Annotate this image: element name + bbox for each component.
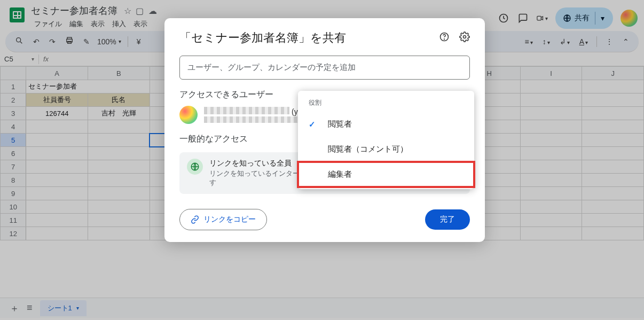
cloud-icon[interactable]: ☁ [148,6,157,15]
copy-link-button[interactable]: リンクをコピー [179,209,267,230]
wrap-icon[interactable]: ↲▾ [557,36,572,47]
svg-rect-1 [537,16,541,20]
add-sheet-icon[interactable]: ＋ [10,302,19,315]
dialog-title: 「セミナー参加者名簿」を共有 [179,30,346,46]
row-header[interactable]: 12 [1,227,26,240]
row-header[interactable]: 9 [1,187,26,200]
menu-insert[interactable]: 挿入 [109,18,129,30]
help-icon[interactable] [439,32,450,44]
all-sheets-icon[interactable]: ≡ [27,302,33,314]
cell[interactable]: 126744 [26,107,88,120]
row-header[interactable]: 6 [1,147,26,160]
globe-icon[interactable] [187,159,203,175]
svg-point-3 [17,38,21,42]
search-icon[interactable] [13,35,26,48]
col-header[interactable]: I [520,67,582,80]
row-header[interactable]: 2 [1,93,26,107]
role-option-viewer[interactable]: ✓閲覧者 [298,112,474,137]
history-icon[interactable] [498,12,509,24]
done-button[interactable]: 完了 [425,209,470,230]
row-header[interactable]: 11 [1,214,26,227]
cell[interactable]: 吉村 光輝 [88,107,150,120]
row-header[interactable]: 7 [1,160,26,174]
cell[interactable]: 氏名 [88,93,150,107]
col-header[interactable]: J [582,67,644,80]
row-header[interactable]: 3 [1,107,26,120]
settings-icon[interactable] [459,32,470,44]
move-icon[interactable]: ▢ [136,6,144,15]
paint-format-icon[interactable]: ✎ [81,36,92,47]
cell[interactable]: 社員番号 [26,93,88,107]
redo-icon[interactable]: ↷ [47,36,58,47]
more-toolbar-icon[interactable]: ⋮ [603,36,615,47]
share-label: 共有 [575,13,590,23]
document-title[interactable]: セミナー参加者名簿 [31,4,117,17]
align-icon[interactable]: ≡▾ [522,36,535,47]
role-popup-label: 役割 [298,96,474,112]
row-header[interactable]: 5 [1,134,26,147]
add-people-input[interactable]: ユーザー、グループ、カレンダーの予定を追加 [179,56,470,80]
role-popup: 役割 ✓閲覧者 閲覧者（コメント可） 編集者 [298,91,474,189]
text-color-icon[interactable]: A▾ [577,36,590,47]
fx-label: fx [39,55,53,63]
sheet-tab[interactable]: シート1▾ [40,300,87,316]
menu-view[interactable]: 表示 [88,18,108,30]
check-icon: ✓ [309,120,319,129]
select-all-cell[interactable] [1,67,26,80]
collapse-toolbar-icon[interactable]: ⌃ [621,36,631,47]
menu-file[interactable]: ファイル [31,18,65,30]
share-caret-icon[interactable]: ▾ [595,12,610,25]
svg-point-8 [444,39,445,40]
col-header[interactable]: A [26,67,88,80]
name-box[interactable]: C5▾ [0,55,38,63]
undo-icon[interactable]: ↶ [31,36,42,47]
svg-rect-6 [68,41,72,43]
sheets-logo[interactable] [6,4,28,26]
menu-edit[interactable]: 編集 [66,18,87,30]
print-icon[interactable] [63,35,76,48]
star-icon[interactable]: ☆ [124,6,131,15]
cell[interactable]: セミナー参加者 [26,80,150,93]
role-option-commenter[interactable]: 閲覧者（コメント可） [298,137,474,162]
share-button[interactable]: 共有 ▾ [555,7,613,29]
menu-format[interactable]: 表示 [130,18,151,30]
meet-icon[interactable]: ▾ [536,12,548,24]
zoom-select[interactable]: 100%▾ [97,37,121,46]
col-header[interactable]: B [88,67,150,80]
row-header[interactable]: 4 [1,120,26,134]
svg-point-9 [464,36,466,38]
row-header[interactable]: 8 [1,174,26,187]
row-header[interactable]: 10 [1,200,26,214]
user-avatar [179,106,198,124]
role-option-editor[interactable]: 編集者 [298,162,474,187]
comments-icon[interactable] [517,12,529,24]
account-avatar[interactable] [621,10,638,27]
currency-format[interactable]: ¥ [135,36,143,47]
valign-icon[interactable]: ↕▾ [540,36,552,47]
row-header[interactable]: 1 [1,80,26,93]
